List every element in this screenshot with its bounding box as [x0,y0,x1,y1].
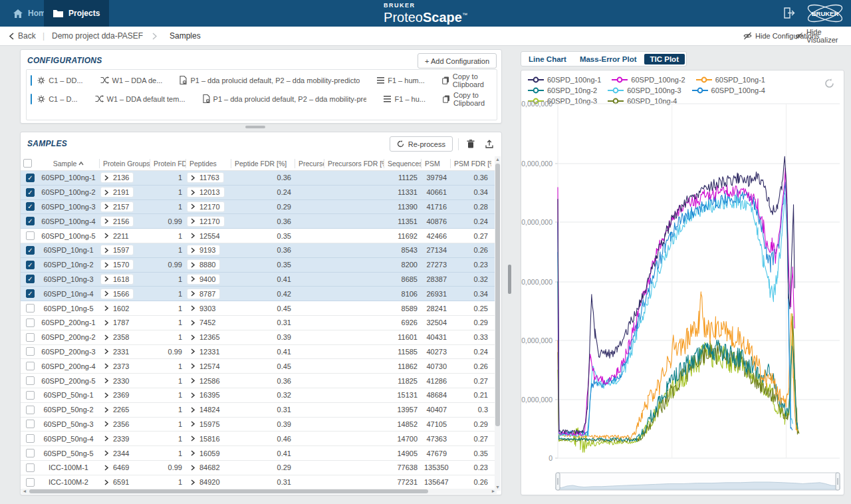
protein-groups-cell-expander[interactable]: 2356 [101,420,133,429]
table-row[interactable]: ✓60SPD_10ng-31618194000.418685283870.32 [21,273,497,287]
row-checkbox[interactable] [26,406,35,414]
configuration-row[interactable]: C1 – D...W1 – DDA default tem...P1 – dda… [31,90,493,107]
table-row[interactable]: ✓60SPD_100ng-121361117630.3611125397940.… [21,171,497,186]
protein-groups-cell-expander[interactable]: 1787 [101,318,133,327]
protein-groups-cell-expander[interactable]: 2156 [101,217,133,226]
table-row[interactable]: ICC-100M-265911849200.31772311356470.26 [21,475,497,490]
export-samples-button[interactable] [483,138,496,151]
peptides-cell-expander[interactable]: 14824 [187,405,224,414]
protein-groups-cell-expander[interactable]: 2330 [101,376,133,386]
row-checkbox[interactable] [26,376,35,385]
protein-groups-cell-expander[interactable]: 2373 [101,362,133,371]
viz-tab-mass-error-plot[interactable]: Mass-Error Plot [574,54,643,64]
peptides-cell-expander[interactable]: 15975 [187,420,224,429]
peptides-cell-expander[interactable]: 12365 [187,332,224,342]
column-header-peptide-fdr-[interactable]: Peptide FDR [%] [231,159,295,168]
table-row[interactable]: 60SPD_50ng-222651148240.3113957404070.3 [21,403,497,418]
protein-groups-cell-expander[interactable]: 2265 [101,405,133,414]
protein-groups-cell-expander[interactable]: 2211 [101,231,133,241]
panel-resize-handle-vertical[interactable] [508,265,511,294]
row-checkbox[interactable] [26,434,35,443]
peptides-cell-expander[interactable]: 9303 [187,304,219,313]
row-checkbox[interactable] [26,420,35,428]
peptides-cell-expander[interactable]: 84920 [187,477,224,487]
column-header-sequences[interactable]: Sequences [384,159,421,168]
row-checkbox[interactable] [26,463,35,472]
scrollbar-thumb[interactable] [29,489,428,493]
protein-groups-cell-expander[interactable]: 2344 [101,449,133,458]
viz-tab-line-chart[interactable]: Line Chart [523,54,572,64]
row-checkbox[interactable]: ✓ [26,261,35,269]
scroll-left-arrow[interactable]: ◄ [21,489,28,494]
protein-groups-cell-expander[interactable]: 2369 [101,390,133,400]
table-row[interactable]: 60SPD_200ng-11787174520.316926325040.29 [21,316,497,330]
peptides-cell-expander[interactable]: 84682 [187,463,224,472]
peptides-cell-expander[interactable]: 12013 [187,188,224,197]
peptides-cell-expander[interactable]: 12170 [187,202,224,211]
protein-groups-cell-expander[interactable]: 2157 [101,202,133,211]
peptides-cell-expander[interactable]: 12586 [187,376,224,386]
row-checkbox[interactable] [26,362,35,370]
add-configuration-button[interactable]: + Add Configuration [418,53,497,68]
table-row[interactable]: 60SPD_100ng-522111125540.3511692424660.2… [21,229,497,243]
column-header-psm[interactable]: PSM [421,159,450,168]
peptides-cell-expander[interactable]: 8880 [187,260,219,269]
column-header-protein-fdr-[interactable]: Protein FDR [%] [150,159,185,168]
protein-groups-cell-expander[interactable]: 2191 [101,188,133,197]
row-checkbox[interactable]: ✓ [26,174,35,182]
protein-groups-cell-expander[interactable]: 1570 [101,260,133,269]
row-checkbox[interactable]: ✓ [26,289,35,298]
table-row[interactable]: ✓60SPD_100ng-221911120130.2411331406610.… [21,186,497,200]
column-header-precursors-fdr-[interactable]: Precursors FDR [%] [324,159,384,168]
breadcrumb-project[interactable]: Demo project dda-PASEF [52,27,157,45]
row-checkbox[interactable]: ✓ [26,246,35,255]
samples-horizontal-scrollbar[interactable]: ◄ ► [21,489,497,494]
table-row[interactable]: 60SPD_50ng-123691163950.3215131486840.21 [21,388,497,403]
protein-groups-cell-expander[interactable]: 1597 [101,245,133,255]
peptides-cell-expander[interactable]: 11763 [187,173,223,182]
column-header-sample[interactable]: Sample [38,159,99,168]
row-checkbox[interactable]: ✓ [26,275,35,283]
table-row[interactable]: 60SPD_200ng-423731125740.4511862407300.2… [21,359,497,374]
peptides-cell-expander[interactable]: 12170 [187,217,224,226]
table-row[interactable]: ✓60SPD_100ng-321571121700.2911390417160.… [21,200,497,215]
row-checkbox[interactable] [26,231,35,240]
peptides-cell-expander[interactable]: 7452 [187,318,219,327]
tic-plot[interactable]: 50,000,00050,000,00040,000,00030,000,000… [521,70,844,495]
column-header-peptides[interactable]: Peptides [185,159,231,168]
peptides-cell-expander[interactable]: 12554 [187,231,224,241]
protein-groups-cell-expander[interactable]: 2358 [101,332,133,342]
hide-visualizer-button[interactable]: Hide Visualizer [795,27,851,45]
peptides-cell-expander[interactable]: 9193 [187,245,219,255]
table-row[interactable]: 60SPD_50ng-323561159750.3914852471050.29 [21,418,497,432]
table-row[interactable]: ✓60SPD_10ng-11597191930.368543271340.26 [21,243,497,258]
samples-vertical-scrollbar[interactable]: ▲ ▼ [495,156,501,491]
table-row[interactable]: ✓60SPD_100ng-421560.99121700.36113514087… [21,214,497,229]
copy-to-clipboard-button[interactable]: Copy to Clipboard [442,72,493,88]
protein-groups-cell-expander[interactable]: 1602 [101,304,133,313]
table-row[interactable]: 60SPD_200ng-323310.99123310.411158540273… [21,345,497,360]
row-checkbox[interactable]: ✓ [26,202,35,211]
viz-tab-tic-plot[interactable]: TIC Plot [644,54,685,64]
row-checkbox[interactable] [26,304,35,313]
row-checkbox[interactable] [26,391,35,400]
table-row[interactable]: 60SPD_10ng-51602193030.458589282410.25 [21,301,497,316]
table-row[interactable]: ICC-100M-164690.99846820.29776381353500.… [21,461,497,475]
table-row[interactable]: 60SPD_200ng-223581123650.3911601404310.3… [21,330,497,345]
protein-groups-cell-expander[interactable]: 2339 [101,434,133,443]
row-checkbox[interactable]: ✓ [26,217,35,225]
nav-tab-projects[interactable]: Projects [44,0,109,27]
peptides-cell-expander[interactable]: 16059 [187,449,224,458]
protein-groups-cell-expander[interactable]: 6591 [101,477,133,487]
peptides-cell-expander[interactable]: 12331 [187,347,224,356]
row-checkbox[interactable] [26,449,35,457]
table-row[interactable]: 60SPD_200ng-523301125860.3611825412860.2… [21,374,497,388]
table-row[interactable]: ✓60SPD_10ng-215700.9988800.358200272730.… [21,258,497,273]
protein-groups-cell-expander[interactable]: 2331 [101,347,133,356]
protein-groups-cell-expander[interactable]: 6469 [101,463,133,472]
row-checkbox[interactable] [26,478,35,487]
protein-groups-cell-expander[interactable]: 1618 [101,275,133,284]
table-row[interactable]: 60SPD_50ng-523441160590.4114905476790.35 [21,446,497,461]
delete-samples-button[interactable] [464,138,477,151]
peptides-cell-expander[interactable]: 16395 [187,390,224,400]
